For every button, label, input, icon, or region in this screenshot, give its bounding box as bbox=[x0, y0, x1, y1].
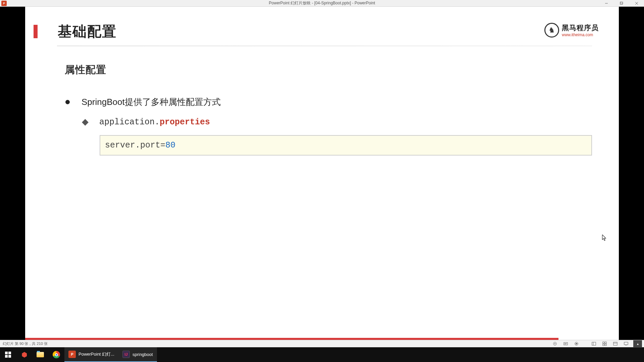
code-value: 80 bbox=[165, 140, 175, 150]
start-button[interactable] bbox=[0, 347, 16, 362]
taskbar-powerpoint[interactable]: P PowerPoint 幻灯... bbox=[64, 347, 118, 362]
logo-block: ♞ 黑马程序员 www.itheima.com bbox=[544, 23, 599, 38]
slide-subheading: 属性配置 bbox=[65, 63, 619, 77]
powerpoint-icon: P bbox=[1, 1, 7, 6]
svg-rect-14 bbox=[602, 342, 604, 344]
diamond-prefix: application. bbox=[99, 117, 160, 127]
taskbar: ⬢ P PowerPoint 幻灯... IJ springboot bbox=[0, 347, 644, 362]
minimize-button[interactable] bbox=[599, 0, 614, 7]
bullet-row-1: SpringBoot提供了多种属性配置方式 bbox=[65, 96, 619, 108]
slideshow-view-button[interactable] bbox=[621, 341, 631, 347]
bullet-text-1: SpringBoot提供了多种属性配置方式 bbox=[82, 96, 221, 108]
slide-counter: 幻灯片 第 90 张，共 210 张 bbox=[2, 341, 48, 346]
diamond-row-1: application.properties bbox=[83, 117, 619, 127]
svg-rect-1 bbox=[620, 2, 623, 4]
heading-underline bbox=[57, 46, 592, 46]
svg-point-6 bbox=[554, 343, 555, 344]
svg-rect-20 bbox=[624, 342, 628, 345]
diamond-marker bbox=[82, 119, 89, 126]
maximize-button[interactable] bbox=[614, 0, 629, 7]
slide: 基础配置 ♞ 黑马程序员 www.itheima.com 属性配置 Spring… bbox=[25, 7, 619, 340]
svg-rect-16 bbox=[602, 344, 604, 346]
slide-bottom-bar-gap bbox=[558, 338, 619, 340]
statusbar: 幻灯片 第 90 张，共 210 张 ▴ bbox=[0, 340, 644, 347]
code-block: server.port=80 bbox=[100, 135, 592, 156]
svg-marker-11 bbox=[576, 343, 578, 345]
heading-accent-bar bbox=[34, 25, 38, 38]
more-options-button[interactable]: ▴ bbox=[633, 340, 642, 348]
svg-rect-26 bbox=[8, 355, 11, 358]
window-controls bbox=[599, 0, 644, 7]
taskbar-ppt-label: PowerPoint 幻灯... bbox=[78, 351, 114, 357]
normal-view-button[interactable] bbox=[589, 341, 598, 347]
svg-rect-15 bbox=[605, 342, 606, 344]
window-title: PowerPoint 幻灯片放映 - [04-SpringBoot.pptx] … bbox=[269, 0, 375, 6]
slideshow-viewport[interactable]: 基础配置 ♞ 黑马程序员 www.itheima.com 属性配置 Spring… bbox=[0, 7, 644, 340]
taskbar-intellij[interactable]: IJ springboot bbox=[118, 347, 157, 362]
heading-row: 基础配置 bbox=[25, 22, 619, 41]
slide-bottom-bar bbox=[25, 338, 619, 340]
subtitle-button[interactable] bbox=[561, 341, 570, 347]
logo-text: 黑马程序员 bbox=[562, 23, 599, 33]
svg-rect-18 bbox=[613, 342, 617, 345]
file-explorer-button[interactable] bbox=[32, 347, 48, 362]
taskbar-ide-label: springboot bbox=[132, 352, 153, 357]
powerpoint-taskbar-icon: P bbox=[68, 351, 76, 358]
diamond-text-1: application.properties bbox=[99, 117, 210, 127]
chrome-button[interactable] bbox=[48, 347, 64, 362]
window-titlebar: P PowerPoint 幻灯片放映 - [04-SpringBoot.pptx… bbox=[0, 0, 644, 7]
reading-view-button[interactable] bbox=[610, 341, 620, 347]
svg-rect-12 bbox=[592, 342, 595, 345]
code-prefix: server.port= bbox=[105, 140, 165, 150]
titlebar-left: P bbox=[0, 1, 7, 6]
logo-url: www.itheima.com bbox=[562, 33, 599, 37]
svg-rect-7 bbox=[564, 343, 567, 345]
close-button[interactable] bbox=[629, 0, 644, 7]
taskbar-app-1[interactable]: ⬢ bbox=[16, 347, 32, 362]
bullet-marker bbox=[65, 100, 70, 104]
diamond-emph: properties bbox=[160, 117, 210, 127]
svg-rect-17 bbox=[605, 344, 606, 346]
presenter-view-button[interactable] bbox=[572, 341, 581, 347]
pen-tool-button[interactable] bbox=[550, 341, 559, 347]
slide-heading: 基础配置 bbox=[58, 22, 117, 41]
logo-text-box: 黑马程序员 www.itheima.com bbox=[562, 23, 599, 37]
intellij-taskbar-icon: IJ bbox=[122, 351, 130, 358]
sorter-view-button[interactable] bbox=[600, 341, 609, 347]
svg-rect-23 bbox=[5, 352, 8, 354]
svg-rect-24 bbox=[8, 352, 11, 354]
statusbar-right: ▴ bbox=[550, 340, 642, 348]
svg-rect-25 bbox=[5, 355, 8, 358]
logo-icon: ♞ bbox=[544, 23, 559, 38]
